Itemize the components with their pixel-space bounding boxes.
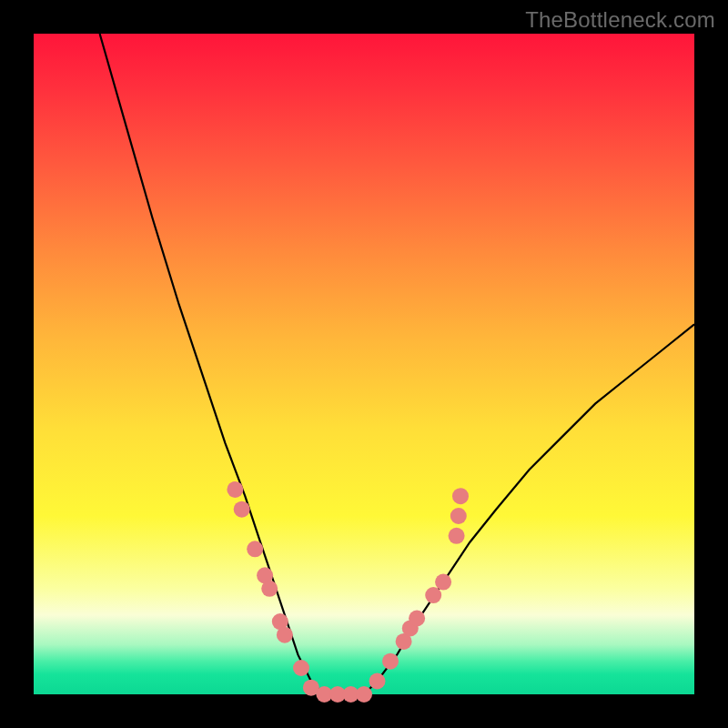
- data-marker: [449, 528, 465, 544]
- data-marker: [247, 541, 263, 557]
- data-marker: [435, 574, 451, 591]
- chart-frame: TheBottleneck.com: [0, 0, 728, 728]
- data-marker: [425, 587, 441, 603]
- data-marker: [261, 581, 278, 597]
- data-marker: [227, 481, 243, 498]
- bottleneck-curve: [100, 34, 694, 694]
- data-marker: [452, 488, 469, 504]
- chart-svg: [34, 34, 694, 694]
- data-marker: [293, 660, 309, 676]
- data-marker: [369, 673, 386, 690]
- data-marker: [277, 627, 293, 643]
- data-marker: [234, 501, 250, 518]
- watermark-text: TheBottleneck.com: [525, 7, 715, 33]
- data-marker: [382, 653, 399, 670]
- data-marker: [356, 686, 372, 703]
- chart-plot-area: [34, 34, 694, 694]
- data-marker: [409, 611, 425, 627]
- data-marker: [450, 508, 467, 524]
- marker-group: [227, 481, 469, 703]
